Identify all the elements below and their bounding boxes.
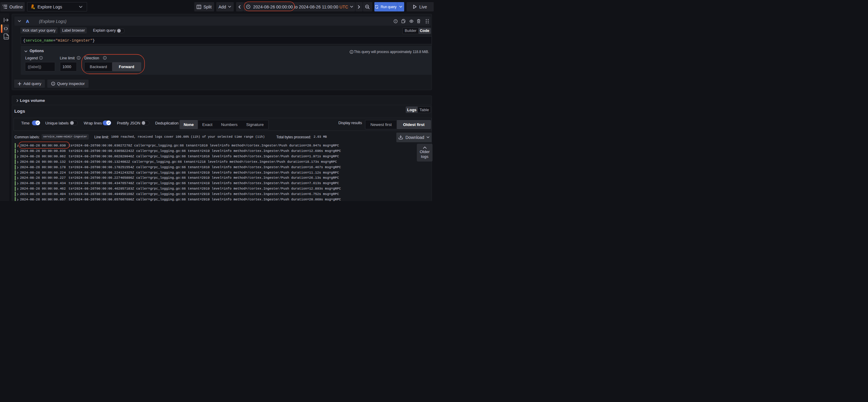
svg-text:LOG: LOG xyxy=(4,36,8,38)
svg-text:?: ? xyxy=(395,20,396,23)
